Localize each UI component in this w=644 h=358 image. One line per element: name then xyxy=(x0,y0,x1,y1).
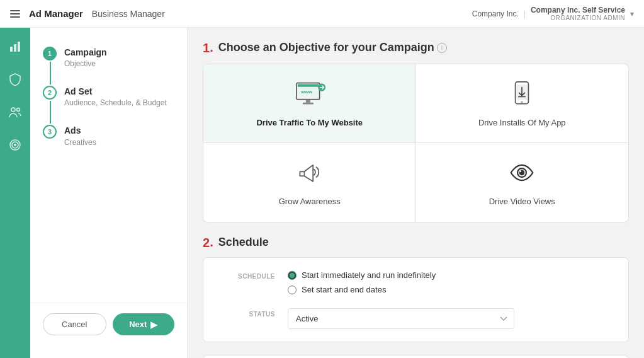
chart-icon[interactable] xyxy=(6,38,24,55)
step-subtitle-campaign: Objective xyxy=(64,59,107,68)
app-title: Ad Manager xyxy=(29,8,83,19)
step-item-campaign[interactable]: 1 Campaign Objective xyxy=(43,47,174,68)
top-bar-right: Company Inc. | Company Inc. Self Service… xyxy=(472,6,634,21)
svg-point-4 xyxy=(17,108,20,112)
step-item-ads[interactable]: 3 Ads Creatives xyxy=(43,125,174,146)
step-text-campaign: Campaign Objective xyxy=(64,47,107,68)
step-number-1: 1 xyxy=(43,47,57,61)
target-icon[interactable] xyxy=(6,136,24,154)
status-form-row: STATUS Active Paused xyxy=(218,308,613,329)
radio-immediately-input[interactable] xyxy=(288,271,297,280)
svg-point-17 xyxy=(521,101,523,103)
top-bar-left: Ad Manager Business Manager xyxy=(10,8,165,19)
radio-immediately-label: Start immediately and run indefinitely xyxy=(302,270,436,280)
radio-custom: Set start and end dates xyxy=(288,285,613,294)
people-icon[interactable] xyxy=(6,103,24,121)
svg-text:www: www xyxy=(300,89,313,95)
svg-rect-11 xyxy=(298,84,319,86)
section2-number: 2 xyxy=(203,236,210,249)
objective-card-app[interactable]: Drive Installs Of My App xyxy=(416,64,629,143)
status-label: STATUS xyxy=(218,308,275,318)
org-info: Company Inc. Self Service ORGANIZATION A… xyxy=(531,6,625,21)
svg-point-21 xyxy=(520,171,522,173)
step-number-3: 3 xyxy=(43,125,57,139)
section2-title: Schedule xyxy=(218,236,269,249)
svg-point-7 xyxy=(14,144,16,146)
step-item-adset[interactable]: 2 Ad Set Audience, Schedule, & Budget xyxy=(43,86,174,107)
hamburger-icon[interactable] xyxy=(10,10,20,18)
step-title-adset: Ad Set xyxy=(64,86,167,97)
step-number-2: 2 xyxy=(43,86,57,100)
objective-label-video: Drive Video Views xyxy=(489,197,555,206)
radio-custom-input[interactable] xyxy=(288,286,297,294)
company-name: Company Inc. xyxy=(472,9,519,18)
section1-header: 1 . Choose an Objective for your Campaig… xyxy=(203,40,629,55)
svg-rect-13 xyxy=(302,103,313,105)
schedule-controls: Start immediately and run indefinitely S… xyxy=(288,270,613,299)
sidebar: 1 Campaign Objective 2 Ad Set Audience, … xyxy=(30,28,188,358)
sidebar-footer: Cancel Next ▶ xyxy=(30,303,187,345)
section1-title: Choose an Objective for your Campaign xyxy=(218,41,434,54)
objective-label-awareness: Grow Awareness xyxy=(279,197,341,206)
top-bar: Ad Manager Business Manager Company Inc.… xyxy=(0,0,644,28)
svg-rect-1 xyxy=(14,44,16,52)
svg-rect-12 xyxy=(306,100,310,103)
body-row: 1 Campaign Objective 2 Ad Set Audience, … xyxy=(0,28,644,358)
campaign-name-section: 3 . CAMPAIGN NAME xyxy=(203,355,629,358)
schedule-label: SCHEDULE xyxy=(218,270,275,280)
objective-label-website: Drive Traffic To My Website xyxy=(256,118,363,127)
awareness-icon xyxy=(293,159,326,190)
status-select[interactable]: Active Paused xyxy=(288,308,514,329)
objective-card-website[interactable]: www Drive Traffic To My Website xyxy=(203,64,416,143)
step-title-ads: Ads xyxy=(64,125,96,136)
svg-rect-0 xyxy=(10,47,13,52)
schedule-form-row: SCHEDULE Start immediately and run indef… xyxy=(218,270,613,299)
schedule-section: SCHEDULE Start immediately and run indef… xyxy=(203,257,629,342)
section1-dot: . xyxy=(210,40,213,55)
next-button[interactable]: Next ▶ xyxy=(113,313,175,335)
section2-dot: . xyxy=(210,235,213,250)
left-icon-bar xyxy=(0,28,30,358)
next-arrow-icon: ▶ xyxy=(150,320,157,330)
radio-custom-label: Set start and end dates xyxy=(302,285,386,294)
sidebar-steps: 1 Campaign Objective 2 Ad Set Audience, … xyxy=(30,40,187,303)
org-name: Company Inc. Self Service xyxy=(531,6,625,14)
step-text-ads: Ads Creatives xyxy=(64,125,96,146)
website-icon: www xyxy=(293,80,326,112)
svg-point-3 xyxy=(11,108,15,112)
status-controls: Active Paused xyxy=(288,308,613,329)
shield-icon[interactable] xyxy=(6,71,24,88)
radio-immediately: Start immediately and run indefinitely xyxy=(288,270,613,280)
app-icon xyxy=(506,80,538,112)
cancel-button[interactable]: Cancel xyxy=(43,313,106,335)
step-text-adset: Ad Set Audience, Schedule, & Budget xyxy=(64,86,167,107)
org-dropdown-chevron[interactable]: ▾ xyxy=(630,9,634,18)
step-subtitle-adset: Audience, Schedule, & Budget xyxy=(64,98,167,107)
main-content: 1 . Choose an Objective for your Campaig… xyxy=(188,28,644,358)
step-subtitle-ads: Creatives xyxy=(64,138,96,147)
separator: | xyxy=(524,9,526,18)
objective-card-video[interactable]: Drive Video Views xyxy=(416,143,629,222)
step-title-campaign: Campaign xyxy=(64,47,107,58)
section2-header: 2 . Schedule xyxy=(203,235,629,250)
section1-info-icon[interactable]: i xyxy=(437,43,447,53)
section1-number: 1 xyxy=(203,42,210,54)
objective-label-app: Drive Installs Of My App xyxy=(478,118,566,127)
video-icon xyxy=(506,159,538,190)
business-manager-link[interactable]: Business Manager xyxy=(92,9,165,19)
org-role: ORGANIZATION ADMIN xyxy=(550,14,625,21)
objective-card-awareness[interactable]: Grow Awareness xyxy=(203,143,416,222)
objective-grid: www Drive Traffic To My Website xyxy=(203,64,629,222)
svg-rect-2 xyxy=(18,42,20,52)
